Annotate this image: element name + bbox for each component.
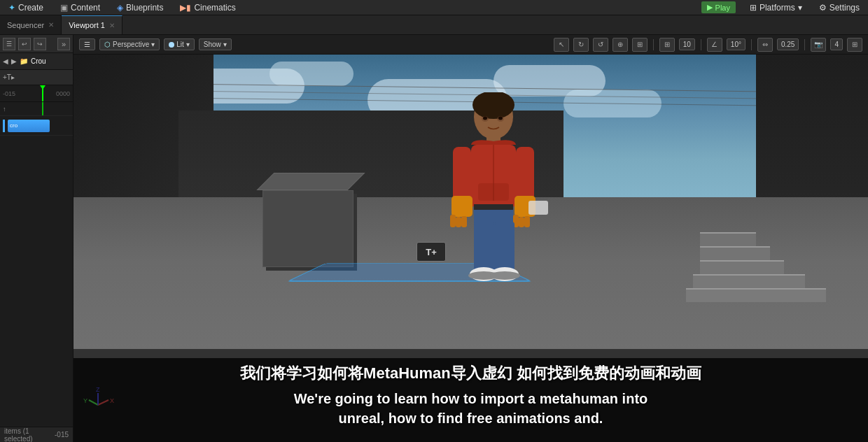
menu-platforms-label: Platforms: [760, 3, 795, 13]
menu-settings[interactable]: ⚙ Settings: [816, 1, 862, 14]
tab-viewport1[interactable]: Viewport 1 ✕: [62, 15, 122, 34]
stair-5: [700, 232, 756, 246]
timeline-start: -015: [3, 90, 15, 97]
stair-1: [686, 288, 826, 302]
scale-value[interactable]: 0.25: [777, 38, 799, 50]
angle-value[interactable]: 10°: [727, 38, 746, 50]
seq-back-btn[interactable]: ◀: [3, 57, 8, 65]
select-tool-btn[interactable]: ↖: [554, 38, 569, 52]
svg-rect-8: [451, 196, 472, 217]
show-label: Show: [204, 41, 221, 48]
platforms-chevron: ▾: [798, 3, 802, 13]
menu-content[interactable]: ▣ Content: [57, 1, 103, 14]
track-label-row: cro: [0, 120, 73, 132]
play-button[interactable]: ▶ Play: [701, 1, 736, 13]
cinematics-icon: ▶▮: [180, 3, 191, 13]
seq-items-label: items (1 selected): [4, 427, 55, 443]
subtitle-chinese: 我们将学习如何将MetaHuman导入虚幻 如何找到免费的动画和动画: [115, 363, 826, 385]
viewport-area: ☰ ⬡ Perspective ▾ Lit ▾ Show ▾ ↖ ↻ ↺: [74, 35, 868, 442]
platforms-icon: ⊞: [750, 3, 757, 13]
toolbar-sep4: [804, 39, 805, 50]
cursor-row: ↑: [0, 102, 73, 116]
seq-folder-label: Crou: [31, 57, 46, 65]
svg-rect-16: [524, 216, 530, 227]
grid-value[interactable]: 10: [679, 38, 695, 50]
viewport-toolbar-right: ↖ ↻ ↺ ⊕ ⊞ ⊞ 10 ∠ 10° ⇔ 0.25 📷 4 ⊞: [554, 38, 862, 52]
seq-menu-btn[interactable]: ☰: [3, 38, 15, 50]
snap-btn[interactable]: ⊞: [632, 38, 648, 52]
lit-chevron: ▾: [186, 41, 190, 48]
perspective-menu-btn[interactable]: ☰: [79, 38, 95, 50]
viewport1-tab-close[interactable]: ✕: [109, 22, 115, 29]
perspective-btn[interactable]: ⬡ Perspective ▾: [99, 38, 160, 50]
playhead-cursor: [42, 102, 43, 115]
svg-rect-9: [450, 215, 456, 227]
viewport1-tab-label: Viewport 1: [69, 21, 105, 29]
globe-btn[interactable]: ⊕: [612, 38, 628, 52]
perspective-label: Perspective: [113, 41, 149, 48]
tab-sequencer[interactable]: Sequencer ✕: [0, 15, 62, 34]
svg-point-29: [498, 117, 503, 120]
track-clip[interactable]: cro: [8, 120, 50, 132]
layout-btn[interactable]: ⊞: [847, 38, 862, 52]
content-icon: ▣: [60, 3, 68, 13]
menu-blueprints[interactable]: ◈ Blueprints: [114, 1, 166, 14]
show-chevron: ▾: [223, 41, 227, 48]
angle-icon-btn[interactable]: ∠: [707, 38, 722, 52]
seq-track-row: cro: [0, 116, 73, 136]
play-label: Play: [715, 3, 730, 12]
svg-rect-21: [495, 222, 514, 271]
play-icon: ▶: [707, 3, 713, 12]
add-track-btn[interactable]: +T▸: [3, 73, 15, 81]
timeline-end: 0000: [56, 90, 70, 97]
menu-blueprints-label: Blueprints: [126, 3, 163, 13]
menu-create[interactable]: ✦ Create: [6, 1, 46, 14]
svg-rect-15: [519, 217, 524, 227]
rotate-btn[interactable]: ↺: [593, 38, 608, 52]
seq-expand-btn[interactable]: »: [57, 38, 70, 50]
svg-rect-19: [474, 204, 513, 210]
svg-rect-10: [456, 217, 461, 227]
seq-forward-btn[interactable]: ▶: [11, 57, 17, 65]
svg-point-28: [483, 117, 487, 120]
seq-undo-btn[interactable]: ↩: [18, 38, 31, 50]
toolbar-sep1: [653, 39, 654, 50]
seq-redo-btn[interactable]: ↪: [34, 38, 46, 50]
lit-btn[interactable]: Lit ▾: [164, 38, 195, 50]
seq-bottom-bar: items (1 selected) -015: [0, 427, 73, 442]
refresh-btn[interactable]: ↻: [573, 38, 589, 52]
menu-settings-label: Settings: [830, 3, 860, 13]
lit-label: Lit: [176, 41, 184, 48]
viewport-scene[interactable]: T+: [74, 55, 868, 442]
scale-icon-btn[interactable]: ⇔: [757, 38, 773, 52]
lit-dot: [169, 42, 174, 48]
menu-bar: ✦ Create ▣ Content ◈ Blueprints ▶▮ Cinem…: [0, 0, 868, 15]
scene-cube-top: [257, 173, 365, 190]
perspective-menu-icon: ☰: [84, 41, 90, 48]
cam-icon-btn[interactable]: 📷: [811, 38, 826, 52]
subtitle-overlay: 我们将学习如何将MetaHuman导入虚幻 如何找到免费的动画和动画 We're…: [74, 349, 868, 442]
menu-create-label: Create: [18, 3, 43, 13]
subtitle-english-line1: We're going to learn how to import a met…: [115, 389, 826, 408]
grid-icon-btn[interactable]: ⊞: [659, 38, 675, 52]
menu-platforms[interactable]: ⊞ Platforms ▾: [747, 1, 805, 14]
character-container: [438, 92, 550, 302]
show-btn[interactable]: Show ▾: [199, 38, 232, 50]
svg-rect-17: [528, 201, 548, 215]
cam-value[interactable]: 4: [830, 38, 843, 50]
seq-track-header: +T▸: [0, 70, 73, 85]
perspective-chevron: ▾: [151, 41, 155, 48]
track-color-bar: [3, 120, 5, 132]
create-icon: ✦: [8, 3, 15, 13]
perspective-icon: ⬡: [104, 41, 111, 48]
playhead-indicator: [40, 85, 46, 90]
seq-nav: ◀ ▶ 📁 Crou: [0, 53, 73, 70]
svg-rect-11: [461, 216, 467, 227]
sequencer-tab-label: Sequencer: [7, 21, 44, 29]
toolbar-sep3: [751, 39, 752, 50]
tab-bar: Sequencer ✕ Viewport 1 ✕: [0, 15, 868, 35]
menu-cinematics[interactable]: ▶▮ Cinematics: [177, 1, 238, 14]
stair-2: [693, 274, 805, 288]
sequencer-tab-close[interactable]: ✕: [48, 21, 54, 29]
blueprints-icon: ◈: [117, 3, 123, 13]
